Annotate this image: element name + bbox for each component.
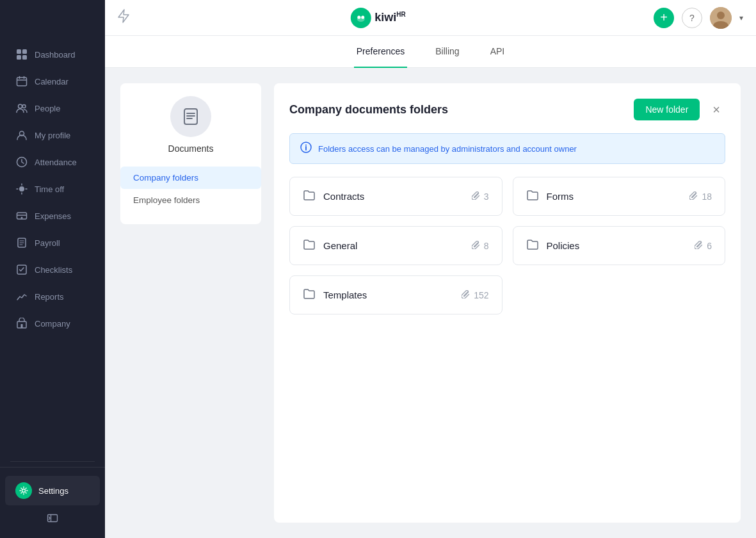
folder-name-contracts: Contracts <box>323 191 364 202</box>
timeoff-icon <box>15 183 28 195</box>
folder-icon-policies <box>526 238 539 253</box>
company-icon <box>15 317 28 330</box>
topbar-center: kiwiHR <box>350 8 405 28</box>
svg-point-9 <box>22 105 26 108</box>
sidebar-item-label: Time off <box>35 184 64 194</box>
sidebar-item-reports[interactable]: Reports <box>5 284 100 309</box>
sidebar-item-label: Attendance <box>35 158 77 167</box>
sidebar-item-label: Checklists <box>35 265 72 275</box>
close-button[interactable]: × <box>707 100 725 120</box>
svg-point-32 <box>357 15 360 19</box>
svg-point-35 <box>717 12 725 19</box>
sidebar-logo <box>0 0 105 36</box>
folder-name-forms: Forms <box>547 191 574 202</box>
svg-rect-26 <box>21 324 23 328</box>
folder-card-contracts[interactable]: Contracts 3 <box>289 177 503 216</box>
folder-card-left: Contracts <box>303 189 364 204</box>
folder-nav: Company folders Employee folders <box>120 167 261 211</box>
help-button[interactable]: ? <box>682 8 702 28</box>
panel-title: Company documents folders <box>289 103 448 117</box>
company-folders-nav[interactable]: Company folders <box>120 167 261 189</box>
svg-point-27 <box>22 489 26 493</box>
settings-icon <box>15 482 32 499</box>
folder-card-forms[interactable]: Forms 18 <box>513 177 726 216</box>
attendance-icon <box>15 156 28 168</box>
add-button[interactable]: + <box>654 8 674 28</box>
payroll-icon <box>15 236 28 249</box>
chevron-down-icon[interactable]: ▾ <box>739 13 743 22</box>
folder-name-general: General <box>323 240 357 251</box>
dashboard-icon <box>15 48 28 61</box>
sidebar-item-calendar[interactable]: Calendar <box>5 69 100 94</box>
attach-icon-templates <box>462 290 470 300</box>
info-icon <box>300 142 312 156</box>
sidebar-item-timeoff[interactable]: Time off <box>5 176 100 202</box>
svg-rect-1 <box>22 49 27 54</box>
sidebar-item-people[interactable]: People <box>5 95 100 121</box>
sidebar-item-settings[interactable]: Settings <box>5 476 100 505</box>
svg-point-33 <box>361 15 364 19</box>
documents-icon <box>170 96 211 137</box>
sidebar-item-myprofile[interactable]: My profile <box>5 122 100 148</box>
sidebar-item-label: Calendar <box>35 77 68 86</box>
folder-card-right-templates: 152 <box>462 290 488 300</box>
tab-api[interactable]: API <box>488 36 508 68</box>
calendar-icon <box>15 75 28 88</box>
svg-point-40 <box>305 145 307 146</box>
sidebar-item-label: Company <box>35 319 70 329</box>
sidebar-divider <box>10 461 95 462</box>
collapse-sidebar-button[interactable] <box>0 506 105 530</box>
sidebar-item-label: Dashboard <box>35 50 76 60</box>
myprofile-icon <box>15 129 28 142</box>
folder-name-templates: Templates <box>323 289 367 300</box>
tab-billing[interactable]: Billing <box>433 36 462 68</box>
folder-card-general[interactable]: General 8 <box>289 226 503 265</box>
folders-grid: Contracts 3 <box>289 177 725 314</box>
tab-preferences[interactable]: Preferences <box>354 36 407 68</box>
employee-folders-nav[interactable]: Employee folders <box>120 189 261 211</box>
svg-point-19 <box>21 217 23 219</box>
topbar-left <box>118 9 129 26</box>
settings-label: Settings <box>38 486 68 496</box>
folder-card-templates[interactable]: Templates 152 <box>289 275 503 314</box>
content-area: Documents Company folders Employee folde… <box>105 68 756 538</box>
folder-count-forms: 18 <box>702 192 712 202</box>
svg-rect-28 <box>48 515 58 522</box>
topbar: kiwiHR + ? ▾ <box>105 0 756 36</box>
sidebar-item-label: Reports <box>35 292 64 302</box>
sidebar-bottom: Settings <box>0 467 105 538</box>
sidebar: Dashboard Calendar <box>0 0 105 538</box>
sidebar-item-payroll[interactable]: Payroll <box>5 230 100 256</box>
kiwi-logo-icon <box>350 8 371 28</box>
sidebar-item-company[interactable]: Company <box>5 311 100 336</box>
sidebar-item-label: Payroll <box>35 238 60 248</box>
sidebar-item-expenses[interactable]: Expenses <box>5 203 100 229</box>
tabs-bar: Preferences Billing API <box>105 36 756 68</box>
folder-card-left-policies: Policies <box>526 238 580 253</box>
expenses-icon <box>15 209 28 222</box>
folder-card-right-forms: 18 <box>689 192 712 202</box>
folder-card-right-general: 8 <box>472 241 489 251</box>
folder-icon-templates <box>303 288 316 302</box>
folder-card-right-policies: 6 <box>695 241 712 251</box>
new-folder-button[interactable]: New folder <box>634 99 700 120</box>
avatar[interactable] <box>710 7 732 29</box>
folder-count-templates: 152 <box>474 290 488 300</box>
sidebar-item-label: People <box>35 104 60 113</box>
svg-point-8 <box>19 104 22 108</box>
sidebar-nav: Dashboard Calendar <box>0 36 105 456</box>
sidebar-item-label: My profile <box>35 131 70 140</box>
attach-icon-contracts <box>472 192 480 202</box>
sidebar-item-attendance[interactable]: Attendance <box>5 149 100 175</box>
folder-count-policies: 6 <box>707 241 712 251</box>
sidebar-item-checklists[interactable]: Checklists <box>5 257 100 282</box>
sidebar-item-dashboard[interactable]: Dashboard <box>5 42 100 67</box>
documents-label: Documents <box>168 143 214 154</box>
sidebar-item-label: Expenses <box>35 211 71 221</box>
bolt-icon[interactable] <box>118 9 129 26</box>
info-text: Folders access can be managed by adminis… <box>318 144 577 154</box>
folder-icon-contracts <box>303 189 316 204</box>
folder-card-policies[interactable]: Policies 6 <box>513 226 726 265</box>
attach-icon-forms <box>689 192 698 202</box>
svg-rect-2 <box>17 55 21 60</box>
